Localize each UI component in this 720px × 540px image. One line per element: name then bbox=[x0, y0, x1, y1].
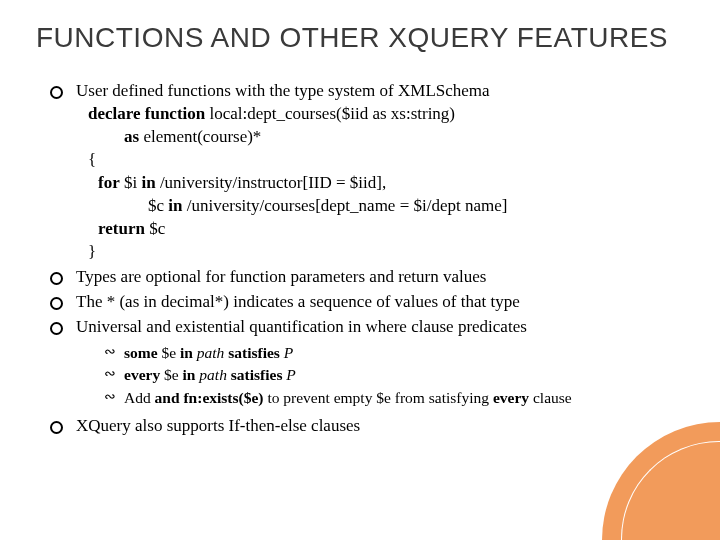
kw-return: return bbox=[98, 219, 145, 238]
kw-satisfies: satisfies bbox=[228, 344, 280, 361]
sub-text: Add bbox=[124, 389, 155, 406]
sub-item-1: some $e in path satisfies P bbox=[104, 343, 684, 364]
kw-every: every bbox=[493, 389, 533, 406]
code-text: /university/courses[dept_name = $i/dept … bbox=[182, 196, 507, 215]
kw-in: in bbox=[183, 366, 196, 383]
sub-item-2: every $e in path satisfies P bbox=[104, 365, 684, 386]
bullet-list: User defined functions with the type sys… bbox=[50, 80, 684, 438]
sub-text: to prevent empty $e from satisfying bbox=[267, 389, 493, 406]
bullet-item-3: The * (as in decimal*) indicates a seque… bbox=[50, 291, 684, 314]
var-path: path bbox=[193, 344, 228, 361]
bullet-item-1: User defined functions with the type sys… bbox=[50, 80, 684, 264]
bullet-item-5: XQuery also supports If-then-else clause… bbox=[50, 415, 684, 438]
kw-in: in bbox=[168, 196, 182, 215]
kw-in: in bbox=[180, 344, 193, 361]
sub-list: some $e in path satisfies P every $e in … bbox=[104, 343, 684, 410]
bullet-text: Universal and existential quantification… bbox=[76, 317, 527, 336]
sub-item-3: Add and fn:exists($e) to prevent empty $… bbox=[104, 388, 684, 409]
var-p: P bbox=[280, 344, 293, 361]
code-text: $c bbox=[148, 196, 168, 215]
kw-some: some bbox=[124, 344, 158, 361]
page-title: FUNCTIONS AND OTHER XQUERY FEATURES bbox=[36, 22, 684, 54]
slide: FUNCTIONS AND OTHER XQUERY FEATURES User… bbox=[0, 0, 720, 540]
corner-decoration bbox=[602, 422, 720, 540]
kw-as: as bbox=[124, 127, 139, 146]
kw-declare-function: declare function bbox=[88, 104, 205, 123]
kw-in: in bbox=[141, 173, 155, 192]
kw-every: every bbox=[124, 366, 160, 383]
var-path: path bbox=[195, 366, 230, 383]
kw-for: for bbox=[98, 173, 120, 192]
bullet-text: Types are optional for function paramete… bbox=[76, 267, 486, 286]
code-text: $c bbox=[145, 219, 165, 238]
sub-text: clause bbox=[533, 389, 572, 406]
bullet-item-2: Types are optional for function paramete… bbox=[50, 266, 684, 289]
sub-text: $e bbox=[158, 344, 180, 361]
code-brace: } bbox=[88, 242, 96, 261]
kw-satisfies: satisfies bbox=[231, 366, 283, 383]
bullet-text: The * (as in decimal*) indicates a seque… bbox=[76, 292, 520, 311]
sub-text: $e bbox=[160, 366, 182, 383]
code-text: element(course)* bbox=[139, 127, 261, 146]
kw-and-fnexists: and fn:exists($e) bbox=[155, 389, 268, 406]
code-text: local:dept_courses($iid as xs:string) bbox=[205, 104, 455, 123]
code-text: /university/instructor[IID = $iid], bbox=[156, 173, 387, 192]
bullet-text: XQuery also supports If-then-else clause… bbox=[76, 416, 360, 435]
code-brace: { bbox=[88, 150, 96, 169]
var-p: P bbox=[282, 366, 295, 383]
bullet-item-4: Universal and existential quantification… bbox=[50, 316, 684, 410]
bullet-text: User defined functions with the type sys… bbox=[76, 81, 490, 100]
code-text: $i bbox=[120, 173, 142, 192]
code-block: declare function local:dept_courses($iid… bbox=[88, 103, 684, 264]
